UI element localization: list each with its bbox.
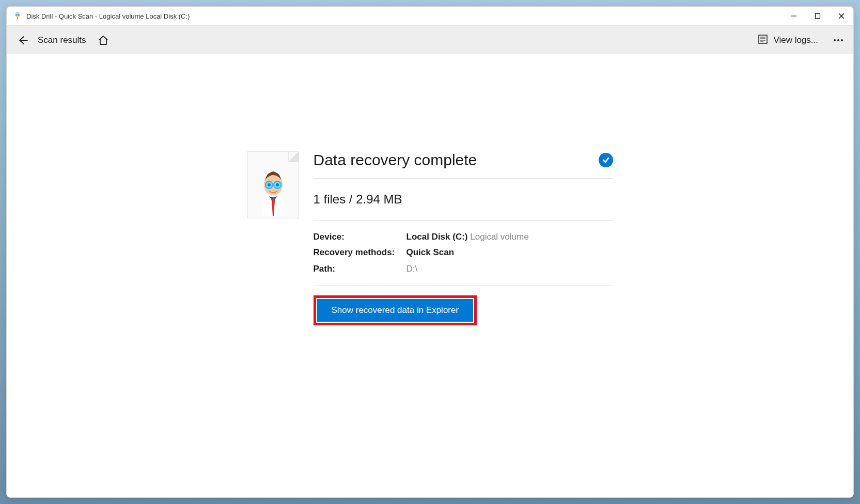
svg-point-20	[268, 183, 271, 186]
home-button[interactable]	[98, 35, 109, 46]
toolbar: Scan results View logs...	[7, 25, 853, 54]
more-button[interactable]	[833, 39, 844, 42]
result-panel: Data recovery complete 1 files / 2.94 MB…	[247, 151, 613, 497]
doctor-avatar-icon	[253, 164, 294, 216]
recovery-value: Quick Scan	[406, 247, 455, 258]
minimize-button[interactable]	[782, 7, 806, 25]
svg-point-15	[841, 39, 843, 41]
stats-text: 1 files / 2.94 MB	[314, 179, 613, 220]
svg-rect-5	[816, 14, 820, 19]
svg-point-21	[276, 183, 279, 186]
titlebar: Disk Drill - Quick Scan - Logical volume…	[7, 7, 853, 25]
recovery-label: Recovery methods:	[314, 247, 406, 258]
device-label: Device:	[314, 232, 406, 242]
svg-point-13	[834, 39, 836, 41]
window-controls	[782, 7, 853, 25]
svg-point-14	[837, 39, 839, 41]
breadcrumb[interactable]: Scan results	[38, 35, 86, 45]
device-value: Local Disk (C:) Logical volume	[406, 232, 529, 242]
success-check-icon	[599, 153, 613, 167]
device-row: Device: Local Disk (C:) Logical volume	[314, 232, 613, 242]
highlight-annotation: Show recovered data in Explorer	[314, 295, 477, 325]
path-value: D:\	[406, 264, 418, 274]
page-title: Data recovery complete	[314, 151, 477, 169]
info-section: Device: Local Disk (C:) Logical volume R…	[314, 220, 613, 286]
view-logs-button[interactable]: View logs...	[753, 31, 823, 50]
recovery-row: Recovery methods: Quick Scan	[314, 247, 613, 258]
back-button[interactable]	[16, 34, 28, 46]
header-row: Data recovery complete	[314, 151, 613, 179]
path-row: Path: D:\	[314, 264, 613, 274]
details-section: Data recovery complete 1 files / 2.94 MB…	[314, 151, 613, 497]
app-icon	[13, 11, 22, 21]
maximize-button[interactable]	[806, 7, 830, 25]
svg-point-2	[18, 14, 19, 15]
show-in-explorer-button[interactable]: Show recovered data in Explorer	[317, 299, 474, 322]
svg-rect-8	[759, 35, 767, 43]
window-title: Disk Drill - Quick Scan - Logical volume…	[26, 12, 782, 20]
content-area: Data recovery complete 1 files / 2.94 MB…	[7, 54, 853, 497]
logs-icon	[758, 34, 768, 46]
close-button[interactable]	[830, 7, 853, 25]
action-area: Show recovered data in Explorer	[314, 286, 613, 325]
path-label: Path:	[314, 264, 406, 274]
svg-point-1	[15, 14, 17, 15]
document-icon	[247, 151, 299, 218]
app-window: Disk Drill - Quick Scan - Logical volume…	[6, 6, 854, 498]
view-logs-label: View logs...	[773, 35, 818, 45]
